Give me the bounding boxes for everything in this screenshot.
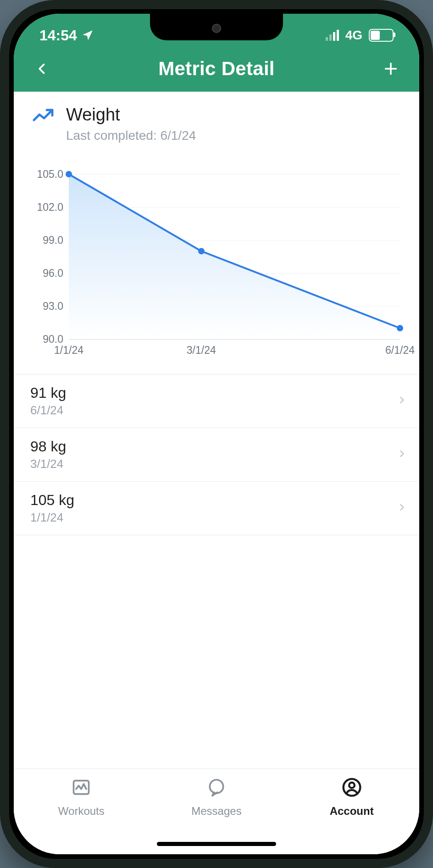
x-axis: [69, 339, 400, 340]
y-tick-label: 105.0: [25, 168, 63, 180]
metric-name: Weight: [66, 104, 196, 126]
tab-label: Workouts: [58, 805, 105, 818]
page-title: Metric Detail: [158, 58, 275, 80]
chart-container: 90.093.096.099.0102.0105.01/1/243/1/246/…: [14, 147, 419, 368]
chevron-right-icon: [397, 394, 406, 408]
chevron-right-icon: [397, 447, 406, 462]
y-tick-label: 90.0: [25, 333, 63, 345]
side-key: [6, 261, 9, 316]
data-point[interactable]: [397, 325, 403, 331]
weight-chart[interactable]: 90.093.096.099.0102.0105.01/1/243/1/246/…: [25, 168, 408, 365]
data-point[interactable]: [66, 171, 72, 177]
nav-bar: Metric Detail: [14, 47, 419, 80]
add-button[interactable]: [381, 59, 401, 79]
status-right: 4G: [326, 28, 394, 43]
side-key: [6, 147, 9, 174]
entry-date: 1/1/24: [30, 511, 74, 525]
svg-point-3: [210, 780, 223, 793]
back-button[interactable]: [32, 59, 52, 79]
entry-value: 91 kg: [30, 385, 66, 401]
entry-row[interactable]: 105 kg1/1/24: [14, 482, 419, 535]
home-indicator[interactable]: [157, 842, 276, 846]
tab-messages[interactable]: Messages: [171, 777, 262, 818]
plus-icon: [383, 61, 399, 77]
y-tick-label: 102.0: [25, 201, 63, 213]
account-icon: [342, 777, 362, 800]
metric-subtitle: Last completed: 6/1/24: [66, 128, 196, 143]
entries-list: 91 kg6/1/2498 kg3/1/24105 kg1/1/24: [14, 374, 419, 535]
entry-row[interactable]: 98 kg3/1/24: [14, 428, 419, 482]
chart-area: [69, 174, 400, 339]
notch: [150, 14, 283, 40]
tab-bar: WorkoutsMessagesAccount: [14, 769, 419, 854]
messages-icon: [206, 777, 227, 800]
x-tick-label: 6/1/24: [385, 344, 415, 357]
chevron-right-icon: [397, 501, 406, 516]
chart-svg: [69, 174, 400, 339]
entry-date: 6/1/24: [30, 403, 66, 418]
chevron-left-icon: [36, 61, 49, 77]
trend-up-icon: [32, 104, 54, 143]
signal-icon: [326, 30, 339, 41]
y-tick-label: 93.0: [25, 300, 63, 312]
x-tick-label: 1/1/24: [54, 344, 83, 357]
side-key: [6, 192, 9, 247]
x-tick-label: 3/1/24: [187, 344, 216, 357]
side-key: [424, 211, 427, 289]
location-icon: [82, 29, 94, 41]
network-label: 4G: [345, 28, 362, 43]
y-tick-label: 99.0: [25, 234, 63, 246]
metric-header: Weight Last completed: 6/1/24: [14, 92, 419, 147]
data-point[interactable]: [198, 248, 205, 254]
status-left: 14:54: [39, 27, 94, 44]
entry-row[interactable]: 91 kg6/1/24: [14, 374, 419, 428]
svg-point-5: [349, 783, 355, 788]
y-tick-label: 96.0: [25, 267, 63, 279]
device-frame: 14:54 4G Metric Detail: [0, 0, 433, 868]
tab-account[interactable]: Account: [306, 777, 398, 818]
workouts-icon: [71, 777, 91, 800]
status-time: 14:54: [39, 27, 77, 44]
screen: 14:54 4G Metric Detail: [14, 14, 419, 854]
tab-label: Messages: [191, 805, 241, 818]
entry-date: 3/1/24: [30, 457, 66, 471]
battery-icon: [369, 29, 394, 42]
entry-value: 98 kg: [30, 438, 66, 455]
entry-value: 105 kg: [30, 492, 74, 509]
tab-workouts[interactable]: Workouts: [35, 777, 127, 818]
tab-label: Account: [330, 805, 374, 818]
content: Weight Last completed: 6/1/24 90.093.096…: [14, 92, 419, 769]
